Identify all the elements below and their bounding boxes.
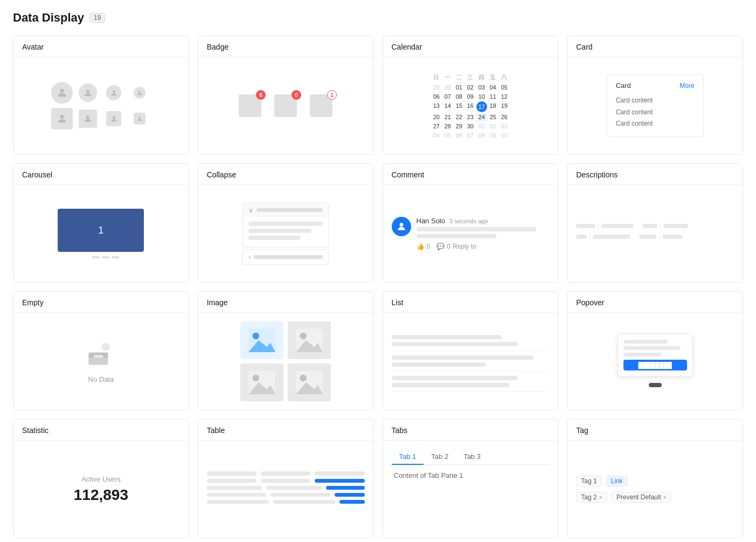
tab-3[interactable]: Tab 3 bbox=[456, 449, 488, 465]
carousel-dot-1[interactable] bbox=[82, 256, 90, 258]
cal-day[interactable]: 01 bbox=[454, 83, 464, 92]
cal-day[interactable]: 06 bbox=[431, 92, 442, 101]
cal-day[interactable]: 10 bbox=[476, 92, 487, 101]
tab-1[interactable]: Tab 1 bbox=[392, 449, 424, 465]
avatar-large bbox=[51, 82, 73, 104]
cal-day[interactable]: 20 bbox=[431, 113, 442, 121]
image-item-1 bbox=[240, 321, 283, 359]
cal-day[interactable]: 30 bbox=[442, 83, 453, 92]
cal-day[interactable]: 08 bbox=[476, 131, 487, 140]
tag-prevent-default: Prevent Default × bbox=[612, 492, 671, 503]
cal-day[interactable]: 21 bbox=[442, 113, 453, 121]
calendar-component[interactable]: 日 一 二 三 四 五 六 29 30 01 02 03 04 bbox=[431, 72, 510, 140]
card-component-title: Card bbox=[616, 81, 631, 90]
cal-day[interactable]: 13 bbox=[431, 101, 442, 112]
carousel-component[interactable]: 1 bbox=[58, 209, 144, 258]
cal-header-fri: 五 bbox=[488, 72, 498, 83]
cal-day[interactable]: 23 bbox=[465, 113, 476, 121]
cal-header-sat: 六 bbox=[499, 72, 510, 83]
td-blue-1 bbox=[315, 479, 364, 483]
cal-day[interactable]: 07 bbox=[442, 92, 453, 101]
cal-day[interactable]: 04 bbox=[488, 83, 498, 92]
tab-2[interactable]: Tab 2 bbox=[424, 449, 456, 465]
cal-day[interactable]: 06 bbox=[454, 131, 464, 140]
cal-day[interactable]: 26 bbox=[499, 113, 510, 121]
cal-day[interactable]: 15 bbox=[454, 101, 464, 112]
cal-day[interactable]: 05 bbox=[442, 131, 453, 140]
list-body bbox=[383, 313, 558, 410]
cal-day[interactable]: 11 bbox=[488, 92, 498, 101]
carousel-dot-3[interactable] bbox=[102, 256, 109, 258]
popover-confirm-button[interactable]: ████████ bbox=[623, 360, 687, 371]
cal-day[interactable]: 03 bbox=[476, 83, 487, 92]
cal-day[interactable]: 10 bbox=[499, 131, 510, 140]
badge-section: 6 0 1 bbox=[239, 94, 332, 117]
cal-day[interactable]: 03 bbox=[499, 122, 510, 131]
card-title: Card bbox=[567, 36, 743, 57]
cal-day[interactable]: 02 bbox=[465, 83, 476, 92]
cal-day[interactable]: 24 bbox=[476, 113, 487, 121]
cal-day[interactable]: 09 bbox=[488, 131, 498, 140]
comment-like-button[interactable]: 👍 0 bbox=[417, 243, 431, 250]
cal-day-today[interactable]: 17 bbox=[476, 101, 487, 112]
carousel-dot-2[interactable] bbox=[92, 256, 100, 258]
svg-rect-13 bbox=[94, 355, 103, 358]
avatar-grid bbox=[51, 82, 150, 129]
descriptions-title: Descriptions bbox=[567, 164, 743, 185]
cal-day[interactable]: 16 bbox=[465, 101, 476, 112]
svg-point-19 bbox=[300, 333, 307, 340]
cal-day[interactable]: 30 bbox=[465, 122, 476, 131]
card-component: Card More Card content Card content Card… bbox=[607, 74, 704, 137]
comment-like-count: 0 bbox=[427, 243, 431, 250]
cal-day[interactable]: 14 bbox=[442, 101, 453, 112]
cal-day[interactable]: 02 bbox=[488, 122, 498, 131]
cal-day[interactable]: 29 bbox=[454, 122, 464, 131]
cal-day[interactable]: 07 bbox=[465, 131, 476, 140]
cal-day[interactable]: 22 bbox=[454, 113, 464, 121]
comment-reply-button[interactable]: 💬 0 Reply to bbox=[436, 243, 476, 250]
cal-header-wed: 三 bbox=[465, 72, 476, 83]
badge-card: Badge 6 0 1 bbox=[198, 36, 374, 155]
comment-actions: 👍 0 💬 0 Reply to bbox=[417, 243, 550, 250]
carousel-dot-4[interactable] bbox=[112, 256, 119, 258]
avatar-small-square bbox=[106, 111, 121, 126]
collapse-header-1[interactable]: ∨ bbox=[243, 203, 328, 217]
svg-point-16 bbox=[253, 333, 260, 340]
cal-day[interactable]: 25 bbox=[488, 113, 498, 121]
td-5 bbox=[207, 493, 267, 497]
collapse-item-2[interactable]: › bbox=[242, 250, 329, 265]
cal-day[interactable]: 05 bbox=[499, 83, 510, 92]
card-more-link[interactable]: More bbox=[679, 82, 694, 90]
tag-link[interactable]: Link bbox=[606, 476, 628, 486]
empty-icon: ... bbox=[85, 340, 117, 371]
descriptions-section: : : : bbox=[576, 223, 734, 244]
cal-day[interactable]: 18 bbox=[488, 101, 498, 112]
comment-reply-count: 0 bbox=[447, 243, 450, 250]
cal-header-sun: 日 bbox=[431, 72, 442, 83]
cal-day[interactable]: 27 bbox=[431, 122, 442, 131]
collapse-title: Collapse bbox=[198, 164, 373, 185]
cal-day[interactable]: 08 bbox=[454, 92, 464, 101]
badge-body: 6 0 1 bbox=[198, 57, 373, 154]
popover-trigger-button[interactable] bbox=[649, 383, 662, 387]
cal-day[interactable]: 19 bbox=[499, 101, 510, 112]
desc-value-1 bbox=[601, 224, 634, 228]
empty-card: Empty ... bbox=[13, 291, 189, 410]
comment-text-line-1 bbox=[417, 227, 536, 231]
empty-text: No Data bbox=[88, 375, 114, 383]
svg-point-8 bbox=[399, 223, 403, 227]
calendar-body: 日 一 二 三 四 五 六 29 30 01 02 03 04 bbox=[383, 57, 558, 154]
tag-2-close-button[interactable]: × bbox=[599, 494, 602, 500]
badge-count-6: 6 bbox=[256, 90, 266, 100]
cal-day[interactable]: 12 bbox=[499, 92, 510, 101]
desc-label-4 bbox=[639, 235, 656, 239]
cal-day[interactable]: 04 bbox=[431, 131, 442, 140]
tab-content: Content of Tab Pane 1 bbox=[392, 471, 550, 479]
cal-day[interactable]: 28 bbox=[442, 122, 453, 131]
cal-day[interactable]: 29 bbox=[431, 83, 442, 92]
tag-prevent-default-close-button[interactable]: × bbox=[663, 494, 667, 500]
svg-rect-14 bbox=[89, 358, 108, 365]
cal-day[interactable]: 01 bbox=[476, 122, 487, 131]
cal-day[interactable]: 09 bbox=[465, 92, 476, 101]
image-body bbox=[198, 313, 373, 410]
